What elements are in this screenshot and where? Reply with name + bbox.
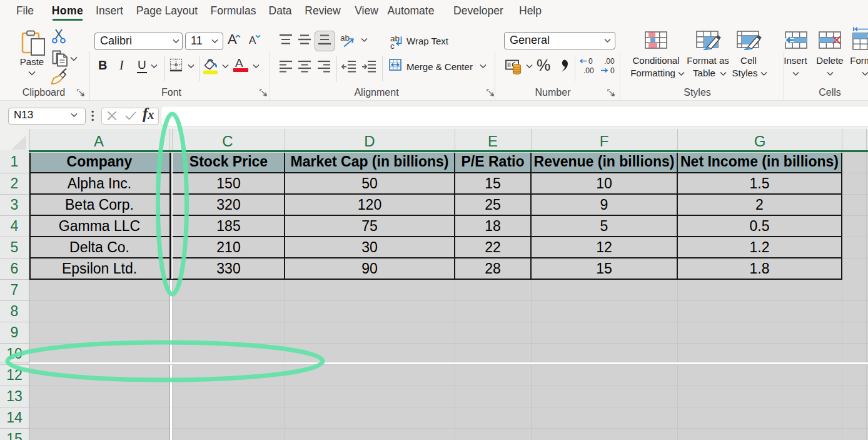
svg-text:0: 0 [588,57,593,66]
svg-text:.00: .00 [583,66,594,75]
svg-text:.00: .00 [604,57,615,66]
svg-text:0: 0 [610,66,615,75]
svg-text:c: c [390,41,395,51]
svg-text:ab: ab [340,33,350,43]
